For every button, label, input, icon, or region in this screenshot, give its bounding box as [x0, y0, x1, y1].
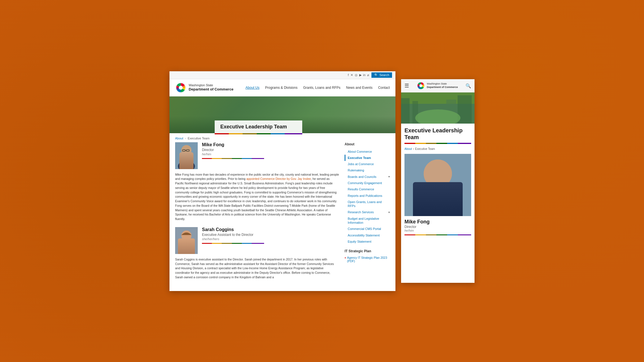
- svg-point-12: [419, 84, 423, 87]
- person-photo-sarah: [175, 227, 198, 254]
- sidebar-about-section: About About Commerce Executive Team Jobs…: [345, 142, 390, 245]
- sidebar-item-budget[interactable]: Budget and Legislative Information: [345, 216, 390, 226]
- mobile-breadcrumb-sep: ›: [413, 147, 414, 150]
- sidebar-item-reports[interactable]: Reports and Publications: [345, 193, 390, 199]
- mobile-person-title: Director: [404, 225, 471, 229]
- sidebar-item-accessibility[interactable]: Accessibility Statement: [345, 232, 390, 238]
- nav-about-us[interactable]: About Us: [245, 86, 259, 90]
- mobile-color-bar: [404, 143, 471, 144]
- mobile-logo-text: Washington State Department of Commerce: [427, 82, 458, 89]
- desktop-window: f ✕ ◎ ▶ in ⌀ 🔍 Search: [169, 71, 395, 291]
- sidebar-item-cms[interactable]: Commercial CMS Portal: [345, 226, 390, 232]
- main-nav: About Us Programs & Divisions Grants, Lo…: [245, 86, 390, 90]
- breadcrumb-current: Executive Team: [188, 137, 209, 140]
- facebook-icon[interactable]: f: [348, 73, 349, 77]
- mobile-person-divider: [404, 234, 471, 235]
- main-content: Mike Fong Director he/him Mike Fong has …: [175, 142, 345, 285]
- sidebar-it-heading: IT Strategic Plan: [345, 249, 390, 253]
- svg-rect-15: [401, 98, 410, 124]
- breadcrumb-sep: ›: [185, 137, 186, 140]
- person-pronouns-mike: he/him: [202, 152, 264, 156]
- svg-point-1: [179, 86, 183, 90]
- twitter-x-icon[interactable]: ✕: [351, 73, 353, 77]
- svg-point-10: [178, 246, 195, 254]
- linkedin-icon[interactable]: in: [363, 73, 366, 77]
- bio-link-mike[interactable]: appointed Commerce Director by Gov. Jay …: [246, 177, 311, 180]
- sidebar-it-plan-link[interactable]: Agency IT Strategic Plan 2023 (PDF): [345, 255, 390, 263]
- person-card-mike: Mike Fong Director he/him Mike Fong has …: [175, 142, 339, 221]
- logo-area[interactable]: Washington State Department of Commerce: [175, 82, 233, 93]
- mobile-hero: [401, 92, 475, 124]
- person-bio-mike: Mike Fong has more than two decades of e…: [175, 173, 339, 221]
- svg-point-21: [424, 160, 452, 188]
- person-photo-mike: [175, 142, 198, 169]
- mobile-breadcrumb: About › Executive Team: [404, 147, 471, 150]
- sidebar-item-community[interactable]: Community Engagement: [345, 180, 390, 186]
- rss-icon[interactable]: ⌀: [367, 73, 369, 77]
- person-divider-sarah: [202, 243, 264, 244]
- svg-rect-23: [438, 171, 445, 175]
- sidebar-item-research[interactable]: Research Services: [345, 209, 390, 215]
- svg-rect-22: [430, 171, 436, 175]
- breadcrumb-about[interactable]: About: [175, 137, 183, 140]
- sidebar-item-executive-team[interactable]: Executive Team: [345, 155, 390, 161]
- mobile-breadcrumb-current: Executive Team: [415, 147, 435, 150]
- sidebar-item-equity[interactable]: Equity Statement: [345, 238, 390, 245]
- nav-contact[interactable]: Contact: [378, 86, 390, 90]
- person-card-sarah: Sarah Coggins Executive Assistant to the…: [175, 227, 339, 280]
- person-pronouns-sarah: she/her/hers: [202, 237, 264, 241]
- person-divider-mike: [202, 158, 264, 159]
- mobile-search-icon[interactable]: 🔍: [465, 83, 471, 89]
- nav-news[interactable]: News and Events: [346, 86, 372, 90]
- mobile-person-info: Mike Fong Director he/him: [404, 219, 471, 235]
- search-label: Search: [379, 73, 389, 77]
- instagram-icon[interactable]: ◎: [355, 73, 358, 77]
- mobile-commerce-logo-icon: [417, 81, 425, 90]
- mobile-breadcrumb-about[interactable]: About: [404, 147, 412, 150]
- mobile-person-name: Mike Fong: [404, 219, 471, 225]
- logo-text: Washington State Department of Commerce: [189, 83, 233, 92]
- mike-photo-svg: [175, 142, 198, 169]
- mobile-top-bar: ☰ Washington State Department of Commerc…: [401, 79, 475, 92]
- hero-title-box: Executive Leadership Team: [215, 120, 302, 133]
- person-name-sarah: Sarah Coggins: [202, 227, 264, 232]
- sidebar-item-about-commerce[interactable]: About Commerce: [345, 148, 390, 155]
- mobile-mike-photo-svg: [404, 154, 471, 216]
- commerce-logo-icon: [175, 82, 186, 93]
- site-header: Washington State Department of Commerce …: [169, 79, 395, 96]
- person-header-sarah: Sarah Coggins Executive Assistant to the…: [175, 227, 339, 254]
- mobile-logo-area[interactable]: Washington State Department of Commerce: [417, 81, 458, 90]
- hamburger-menu-icon[interactable]: ☰: [404, 83, 409, 89]
- person-header-mike: Mike Fong Director he/him: [175, 142, 339, 169]
- sidebar-item-jobs[interactable]: Jobs at Commerce: [345, 161, 390, 167]
- person-title-mike: Director: [202, 148, 264, 152]
- svg-rect-20: [404, 154, 471, 216]
- mobile-hero-image: [401, 92, 475, 124]
- svg-point-9: [181, 230, 192, 241]
- person-info-sarah: Sarah Coggins Executive Assistant to the…: [202, 227, 264, 247]
- person-title-sarah: Executive Assistant to the Director: [202, 233, 264, 237]
- mobile-content: Executive Leadership Team About › Execut…: [401, 124, 475, 241]
- person-bio-sarah: Sarah Coggins is executive assistant to …: [175, 257, 339, 280]
- mobile-person-pronouns: he/him: [404, 229, 471, 232]
- hero-image: Executive Leadership Team: [169, 96, 395, 133]
- sidebar-it-section: IT Strategic Plan Agency IT Strategic Pl…: [345, 249, 390, 263]
- sidebar: About About Commerce Executive Team Jobs…: [345, 142, 390, 285]
- person-name-mike: Mike Fong: [202, 142, 264, 147]
- page-title: Executive Leadership Team: [220, 124, 297, 130]
- sidebar-item-rulemaking[interactable]: Rulemaking: [345, 167, 390, 173]
- nav-grants[interactable]: Grants, Loans and RFPs: [303, 86, 340, 90]
- sidebar-item-boards[interactable]: Boards and Councils: [345, 174, 390, 180]
- person-info-mike: Mike Fong Director he/him: [202, 142, 264, 162]
- mobile-page-title: Executive Leadership Team: [404, 127, 471, 141]
- search-button[interactable]: 🔍 Search: [371, 72, 392, 78]
- sidebar-item-open-grants[interactable]: Open Grants, Loans and RFPs: [345, 199, 390, 209]
- svg-point-4: [178, 161, 195, 169]
- youtube-icon[interactable]: ▶: [359, 73, 362, 77]
- top-bar: f ✕ ◎ ▶ in ⌀ 🔍 Search: [169, 71, 395, 79]
- social-icons: f ✕ ◎ ▶ in ⌀: [348, 73, 369, 77]
- content-area: Mike Fong Director he/him Mike Fong has …: [169, 142, 395, 291]
- sidebar-item-results[interactable]: Results Commerce: [345, 186, 390, 192]
- search-icon: 🔍: [374, 73, 378, 77]
- nav-programs[interactable]: Programs & Divisions: [265, 86, 297, 90]
